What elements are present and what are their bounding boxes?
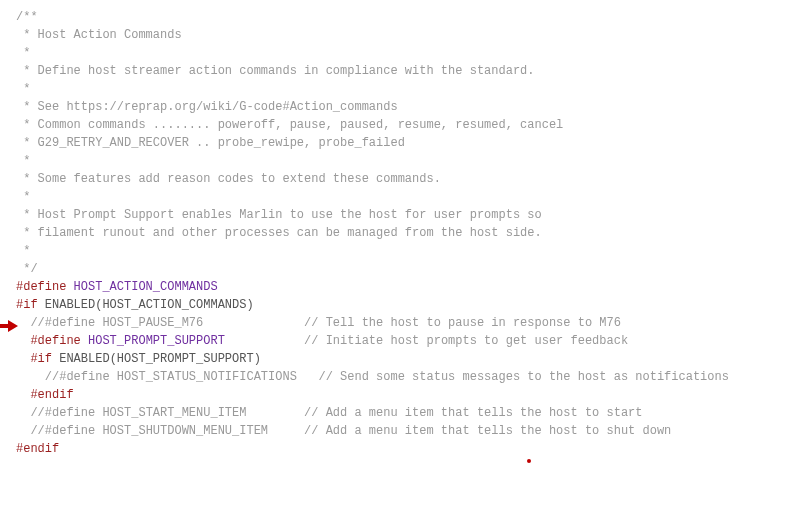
code-token-plain [16, 406, 30, 420]
code-token-plain [16, 424, 30, 438]
code-token-plain [16, 370, 45, 384]
code-line: //#define HOST_PAUSE_M76 // Tell the hos… [16, 314, 729, 332]
code-token-comment: //#define HOST_START_MENU_ITEM // Add a … [30, 406, 642, 420]
code-line: */ [16, 260, 729, 278]
code-token-comment: //#define HOST_SHUTDOWN_MENU_ITEM // Add… [30, 424, 671, 438]
code-line: * See https://reprap.org/wiki/G-code#Act… [16, 98, 729, 116]
code-token-plain: ENABLED(HOST_PROMPT_SUPPORT) [52, 352, 261, 366]
code-token-comment: */ [16, 262, 38, 276]
code-line: #define HOST_ACTION_COMMANDS [16, 278, 729, 296]
code-line: #if ENABLED(HOST_PROMPT_SUPPORT) [16, 350, 729, 368]
code-line: * G29_RETRY_AND_RECOVER .. probe_rewipe,… [16, 134, 729, 152]
code-token-comment: /** [16, 10, 38, 24]
code-token-comment: * [16, 190, 30, 204]
code-token-plain: ENABLED(HOST_ACTION_COMMANDS) [38, 298, 254, 312]
code-line: * [16, 152, 729, 170]
code-line: //#define HOST_START_MENU_ITEM // Add a … [16, 404, 729, 422]
code-line: * [16, 44, 729, 62]
code-token-plain [16, 388, 30, 402]
code-line: #if ENABLED(HOST_ACTION_COMMANDS) [16, 296, 729, 314]
code-token-plain [16, 352, 30, 366]
code-token-comment: * Define host streamer action commands i… [16, 64, 534, 78]
code-line: * Define host streamer action commands i… [16, 62, 729, 80]
code-token-directive: #endif [16, 442, 59, 456]
code-token-comment: //#define HOST_PAUSE_M76 // Tell the hos… [30, 316, 621, 330]
code-line: /** [16, 8, 729, 26]
code-line: //#define HOST_STATUS_NOTIFICATIONS // S… [16, 368, 729, 386]
code-token-comment: * G29_RETRY_AND_RECOVER .. probe_rewipe,… [16, 136, 405, 150]
code-token-directive: #define [16, 280, 74, 294]
red-dot [527, 459, 531, 463]
code-token-comment: * [16, 154, 30, 168]
code-line: * [16, 188, 729, 206]
code-line: * Common commands ........ poweroff, pau… [16, 116, 729, 134]
code-token-directive: #endif [30, 388, 73, 402]
code-line: * [16, 80, 729, 98]
code-token-directive: #define [30, 334, 88, 348]
code-token-plain [16, 316, 30, 330]
code-line: #endif [16, 386, 729, 404]
code-token-plain [16, 334, 30, 348]
code-line: * [16, 242, 729, 260]
code-token-directive: #if [16, 298, 38, 312]
code-line: //#define HOST_SHUTDOWN_MENU_ITEM // Add… [16, 422, 729, 440]
code-line: #define HOST_PROMPT_SUPPORT // Initiate … [16, 332, 729, 350]
code-token-defined: HOST_PROMPT_SUPPORT [88, 334, 225, 348]
code-token-comment: * Common commands ........ poweroff, pau… [16, 118, 563, 132]
code-line: * Host Action Commands [16, 26, 729, 44]
code-token-comment: * Host Prompt Support enables Marlin to … [16, 208, 542, 222]
code-token-comment: // Initiate host prompts to get user fee… [304, 334, 628, 348]
code-token-directive: #if [30, 352, 52, 366]
code-line: * Host Prompt Support enables Marlin to … [16, 206, 729, 224]
code-token-comment: * [16, 244, 30, 258]
code-block: /** * Host Action Commands * * Define ho… [16, 8, 729, 458]
code-token-defined: HOST_ACTION_COMMANDS [74, 280, 218, 294]
code-token-comment: * See https://reprap.org/wiki/G-code#Act… [16, 100, 398, 114]
code-token-comment: * [16, 82, 30, 96]
code-token-comment: * Host Action Commands [16, 28, 182, 42]
code-line: #endif [16, 440, 729, 458]
code-token-plain [225, 334, 304, 348]
code-token-comment: * [16, 46, 30, 60]
code-token-comment: * filament runout and other processes ca… [16, 226, 542, 240]
code-token-comment: //#define HOST_STATUS_NOTIFICATIONS // S… [45, 370, 729, 384]
code-token-comment: * Some features add reason codes to exte… [16, 172, 441, 186]
code-line: * Some features add reason codes to exte… [16, 170, 729, 188]
code-line: * filament runout and other processes ca… [16, 224, 729, 242]
